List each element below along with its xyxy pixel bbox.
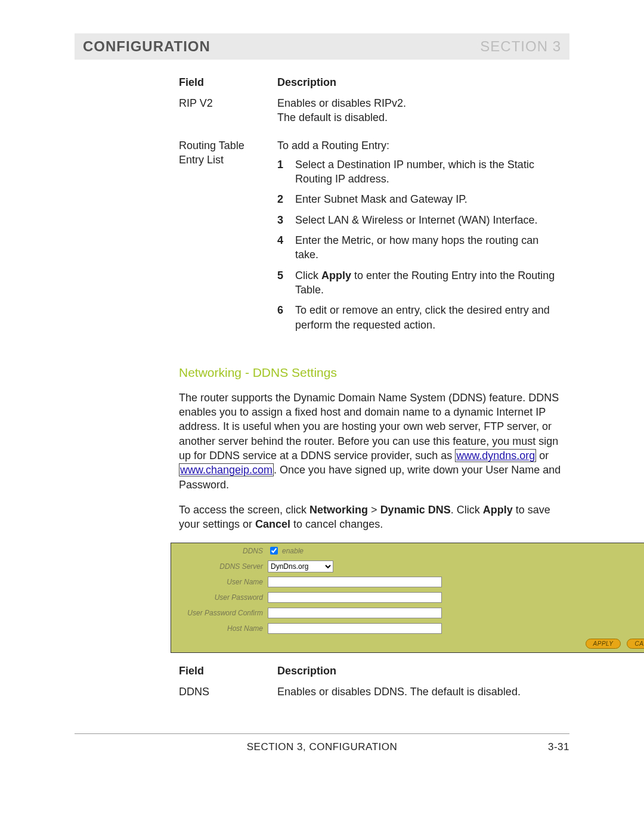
cancel-button[interactable]: CANCEL	[627, 639, 644, 649]
label-user-name: User Name	[171, 578, 268, 586]
list-item: To edit or remove an entry, click the de…	[277, 303, 564, 332]
field-table-1: Field Description RIP V2 Enables or disa…	[179, 74, 569, 349]
table-row: DDNS Enables or disables DDNS. The defau…	[179, 682, 569, 710]
field-desc: Enables or disables DDNS. The default is…	[277, 682, 569, 710]
footer-center: SECTION 3, CONFIGURATION	[247, 741, 398, 753]
col-description: Description	[277, 662, 569, 682]
link-changeip[interactable]: www.changeip.com	[179, 463, 274, 476]
field-desc: To add a Routing Entry: Select a Destina…	[277, 136, 569, 349]
body-paragraph: The router supports the Dynamic Domain N…	[179, 391, 569, 492]
list-item: Select a Destination IP number, which is…	[277, 157, 564, 187]
label-user-password-confirm: User Password Confirm	[171, 609, 268, 617]
user-password-input[interactable]	[268, 592, 442, 603]
page-number: 3-31	[548, 741, 569, 753]
col-description: Description	[277, 74, 569, 94]
ddns-form-panel: DDNS enable DDNS Server DynDns.org User	[171, 543, 644, 653]
page-header: CONFIGURATION SECTION 3	[75, 33, 569, 60]
list-item: Click Apply to enter the Routing Entry i…	[277, 268, 564, 298]
steps-list: Select a Destination IP number, which is…	[277, 157, 564, 332]
footer-rule	[75, 733, 569, 734]
table-row: Routing Table Entry List To add a Routin…	[179, 136, 569, 349]
label-user-password: User Password	[171, 593, 268, 602]
col-field: Field	[179, 74, 277, 94]
table-row: RIP V2 Enables or disables RIPv2. The de…	[179, 94, 569, 136]
header-section: SECTION 3	[480, 38, 561, 55]
label-ddns-server: DDNS Server	[171, 562, 268, 571]
body-paragraph: To access the screen, click Networking >…	[179, 503, 569, 532]
user-name-input[interactable]	[268, 577, 442, 587]
link-dyndns[interactable]: www.dyndns.org	[455, 449, 536, 462]
list-item: Enter the Metric, or how many hops the r…	[277, 233, 564, 262]
label-ddns: DDNS	[171, 547, 268, 555]
field-name: DDNS	[179, 682, 277, 710]
list-item: Select LAN & Wireless or Internet (WAN) …	[277, 213, 564, 227]
field-name: RIP V2	[179, 94, 277, 136]
col-field: Field	[179, 662, 277, 682]
user-password-confirm-input[interactable]	[268, 608, 442, 618]
header-title: CONFIGURATION	[83, 38, 210, 55]
ddns-enable-checkbox[interactable]: enable	[268, 545, 304, 556]
ddns-server-select[interactable]: DynDns.org	[268, 561, 333, 572]
field-table-2: Field Description DDNS Enables or disabl…	[179, 662, 569, 710]
list-item: Enter Subnet Mask and Gateway IP.	[277, 192, 564, 206]
field-desc: Enables or disables RIPv2. The default i…	[277, 94, 569, 136]
apply-button[interactable]: APPLY	[586, 639, 621, 649]
ddns-enable-input[interactable]	[270, 547, 278, 555]
label-host-name: Host Name	[171, 624, 268, 633]
host-name-input[interactable]	[268, 623, 442, 634]
page-footer: SECTION 3, CONFIGURATION 3-31	[75, 741, 569, 753]
field-name: Routing Table Entry List	[179, 136, 277, 349]
section-heading: Networking - DDNS Settings	[179, 366, 569, 380]
